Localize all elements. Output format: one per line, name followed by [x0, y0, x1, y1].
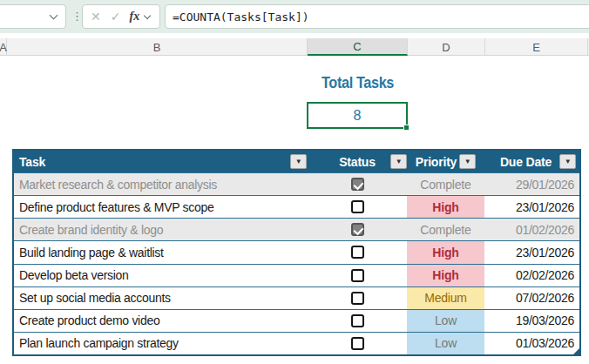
table-column-header-due-date: Due Date▼ — [484, 151, 579, 172]
formula-input[interactable]: =COUNTA(Tasks[Task]) — [165, 4, 589, 29]
formula-bar: ⋮ ✕ ✓ fx =COUNTA(Tasks[Task]) — [0, 0, 589, 33]
column-header-C[interactable]: C — [308, 38, 408, 56]
task-cell[interactable]: Set up social media accounts — [14, 287, 308, 309]
table-column-header-priority: Priority▼ — [407, 151, 484, 172]
tasks-table: Task▼Status▼Priority▼Due Date▼ Market re… — [12, 149, 581, 356]
task-cell[interactable]: Create brand identity & logo — [14, 219, 308, 240]
task-cell[interactable]: Plan launch campaign strategy — [14, 333, 308, 354]
table-row: Create brand identity & logoComplete01/0… — [14, 218, 579, 240]
table-row: Market research & competitor analysisCom… — [14, 172, 579, 195]
insert-function-icon[interactable]: fx — [129, 10, 139, 24]
task-cell[interactable]: Define product features & MVP scope — [14, 196, 308, 218]
due-date-cell[interactable]: 19/03/2026 — [484, 310, 579, 332]
header-label: Due Date — [500, 155, 552, 169]
status-cell — [308, 333, 407, 354]
formula-buttons: ✕ ✓ fx — [82, 4, 160, 29]
filter-dropdown-icon[interactable]: ▼ — [390, 154, 407, 169]
status-checkbox[interactable] — [351, 292, 364, 305]
chevron-down-icon[interactable] — [50, 11, 58, 20]
task-cell[interactable]: Develop beta version — [14, 265, 308, 286]
column-headers: ABCDE — [0, 38, 589, 56]
total-tasks-value: 8 — [354, 108, 362, 124]
table-row: Plan launch campaign strategyLow01/03/20… — [14, 332, 579, 354]
task-cell[interactable]: Create product demo video — [14, 310, 308, 332]
total-tasks-label: Total Tasks — [311, 74, 404, 92]
table-row: Create product demo videoLow19/03/2026 — [14, 309, 579, 332]
status-checkbox[interactable] — [351, 223, 364, 236]
status-checkbox[interactable] — [351, 314, 364, 327]
name-box[interactable] — [0, 4, 66, 29]
status-cell — [308, 310, 407, 332]
table-column-header-status: Status▼ — [308, 151, 407, 172]
priority-cell[interactable]: Complete — [407, 173, 484, 195]
column-header-D[interactable]: D — [408, 38, 485, 56]
due-date-cell[interactable]: 29/01/2026 — [484, 173, 579, 195]
filter-dropdown-icon[interactable]: ▼ — [559, 154, 576, 169]
table-row: Build landing page & waitlistHigh23/01/2… — [14, 240, 579, 263]
status-cell — [308, 219, 407, 240]
table-row: Set up social media accountsMedium07/02/… — [14, 286, 579, 309]
status-cell — [308, 287, 407, 309]
priority-cell[interactable]: Low — [407, 310, 484, 332]
status-checkbox[interactable] — [351, 246, 364, 259]
header-label: Priority — [416, 155, 457, 169]
table-column-header-task: Task▼ — [14, 151, 308, 172]
task-cell[interactable]: Build landing page & waitlist — [14, 241, 308, 263]
fill-handle[interactable] — [403, 125, 410, 131]
column-header-A[interactable]: A — [0, 38, 7, 56]
status-cell — [308, 196, 407, 218]
selected-cell-total[interactable]: 8 — [307, 102, 408, 129]
column-header-E[interactable]: E — [485, 38, 588, 56]
table-header-row: Task▼Status▼Priority▼Due Date▼ — [14, 151, 579, 172]
chevron-down-icon[interactable] — [144, 11, 151, 18]
priority-cell[interactable]: High — [407, 265, 484, 286]
status-cell — [308, 265, 407, 286]
due-date-cell[interactable]: 07/02/2026 — [484, 287, 579, 309]
due-date-cell[interactable]: 02/02/2026 — [484, 265, 579, 286]
table-body: Market research & competitor analysisCom… — [14, 172, 579, 354]
status-checkbox[interactable] — [351, 337, 364, 350]
table-row: Develop beta versionHigh02/02/2026 — [14, 264, 579, 286]
header-label: Status — [339, 155, 376, 169]
due-date-cell[interactable]: 23/01/2026 — [484, 241, 579, 263]
enter-icon[interactable]: ✓ — [111, 10, 121, 24]
table-resize-handle[interactable] — [573, 348, 579, 354]
priority-cell[interactable]: Medium — [407, 287, 484, 309]
due-date-cell[interactable]: 01/03/2026 — [484, 333, 579, 354]
status-checkbox[interactable] — [351, 269, 364, 282]
header-label: Task — [19, 155, 45, 169]
status-checkbox[interactable] — [351, 200, 364, 213]
column-header-B[interactable]: B — [7, 38, 308, 56]
priority-cell[interactable]: High — [407, 196, 484, 218]
task-cell[interactable]: Market research & competitor analysis — [14, 173, 308, 195]
table-row: Define product features & MVP scopeHigh2… — [14, 195, 579, 218]
priority-cell[interactable]: Complete — [407, 219, 484, 240]
due-date-cell[interactable]: 23/01/2026 — [484, 196, 579, 218]
status-checkbox[interactable] — [351, 178, 364, 191]
filter-dropdown-icon[interactable]: ▼ — [290, 154, 307, 169]
filter-dropdown-icon[interactable]: ▼ — [459, 154, 476, 169]
priority-cell[interactable]: High — [407, 241, 484, 263]
status-cell — [308, 173, 407, 195]
status-cell — [308, 241, 407, 263]
priority-cell[interactable]: Low — [407, 333, 484, 354]
cancel-icon[interactable]: ✕ — [91, 10, 101, 24]
formula-text: =COUNTA(Tasks[Task]) — [166, 10, 309, 24]
due-date-cell[interactable]: 01/02/2026 — [484, 219, 579, 240]
